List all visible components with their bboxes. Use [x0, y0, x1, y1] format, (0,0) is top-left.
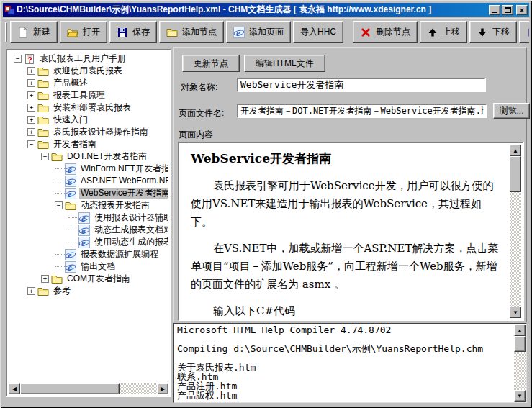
- scroll-right-icon[interactable]: ▶: [157, 383, 168, 394]
- expand-plus-icon[interactable]: +: [27, 67, 35, 75]
- close-button[interactable]: ×: [516, 5, 528, 15]
- tree-item[interactable]: +参考: [9, 285, 168, 297]
- ie-page-icon: e: [78, 225, 90, 236]
- down-arrow-icon: [477, 27, 488, 38]
- expand-plus-icon[interactable]: +: [41, 275, 49, 283]
- scroll-down-icon[interactable]: ▼: [510, 307, 521, 318]
- toolbar-grip[interactable]: [5, 22, 7, 42]
- tree-item-label[interactable]: 袁氏报表工具用户手册: [38, 53, 127, 64]
- preview-vertical-scrollbar[interactable]: ▲ ▼: [510, 145, 521, 318]
- tree-item[interactable]: eWinForm.NET开发者指南: [9, 163, 168, 175]
- move-up-button[interactable]: 上移: [420, 21, 467, 43]
- delete-node-button[interactable]: 删除节点: [353, 21, 418, 43]
- title-bar[interactable]: D:\Source\CHMBuilder\示例\YuansReportHelp.…: [3, 3, 529, 17]
- tree-item-label[interactable]: 袁氏报表设计器操作指南: [52, 127, 150, 137]
- tree-item-label[interactable]: 使用报表设计器辅助动态报表开发: [93, 212, 168, 223]
- tree-item-label[interactable]: 动态报表开发指南: [79, 200, 151, 211]
- expand-plus-icon[interactable]: +: [27, 79, 35, 87]
- tree-item-label[interactable]: 报表数据源扩展编程: [79, 249, 160, 260]
- import-hhc-button[interactable]: 导入HHC: [293, 21, 343, 43]
- tree-item[interactable]: e使用报表设计器辅助动态报表开发: [9, 212, 168, 224]
- compile-button[interactable]: 编译: [519, 21, 529, 43]
- tree-item[interactable]: eASP.NET WebForm.NET 开发者指南: [9, 175, 168, 187]
- tree-item[interactable]: +COM开发者指南: [9, 273, 168, 285]
- page-file-input[interactable]: [237, 104, 487, 118]
- ie-page-icon: e: [65, 249, 76, 260]
- close-icon: ×: [520, 6, 524, 14]
- tree-item-label[interactable]: 开发者指南: [52, 139, 98, 150]
- collapse-minus-icon[interactable]: −: [41, 153, 49, 160]
- tree-item-label[interactable]: 输出文档: [79, 261, 117, 272]
- scrollbar-thumb[interactable]: [514, 336, 526, 352]
- tree-item[interactable]: +产品概述: [9, 77, 168, 89]
- minimize-button[interactable]: [489, 5, 500, 15]
- tree-item[interactable]: −DOT.NET开发者指南: [9, 150, 168, 163]
- collapse-minus-icon[interactable]: −: [14, 55, 22, 63]
- tree-item[interactable]: e动态生成报表文档对象: [9, 224, 168, 236]
- tree-item-label[interactable]: 报表工具原理: [52, 90, 107, 101]
- tree-item-label[interactable]: 快速入门: [52, 114, 89, 125]
- new-button[interactable]: 新建: [10, 21, 58, 43]
- edit-html-button[interactable]: 编辑HTML文件: [244, 55, 325, 72]
- expand-plus-icon[interactable]: +: [27, 104, 35, 112]
- maximize-button[interactable]: [502, 5, 513, 15]
- tree-item-label[interactable]: DOT.NET开发者指南: [66, 151, 148, 162]
- tree-horizontal-scrollbar[interactable]: ◀ ▶: [9, 383, 168, 394]
- tree-item[interactable]: −动态报表开发指南: [9, 199, 168, 212]
- toc-tree: −?袁氏报表工具用户手册+欢迎使用袁氏报表+产品概述+报表工具原理+安装和部署袁…: [9, 53, 168, 382]
- folder-icon: [51, 273, 63, 285]
- expand-plus-icon[interactable]: +: [27, 91, 35, 99]
- add-node-button[interactable]: 添加节点: [159, 21, 224, 43]
- update-node-button[interactable]: 更新节点: [182, 55, 240, 72]
- move-down-button[interactable]: 下移: [469, 21, 517, 43]
- tree-item-label[interactable]: WinForm.NET开发者指南: [79, 163, 168, 174]
- tree-item[interactable]: +快速入门: [9, 114, 168, 126]
- tree-item-label[interactable]: ASP.NET WebForm.NET 开发者指南: [79, 176, 168, 186]
- tree-item[interactable]: −开发者指南: [9, 138, 168, 150]
- collapse-minus-icon[interactable]: −: [55, 201, 63, 209]
- tree-item[interactable]: +报表工具原理: [9, 89, 168, 101]
- tree-item-label[interactable]: COM开发者指南: [66, 273, 132, 284]
- tree-item-label[interactable]: 参考: [52, 286, 72, 296]
- browse-button[interactable]: 浏览...: [493, 103, 530, 119]
- expand-plus-icon[interactable]: +: [27, 287, 35, 295]
- tree-item-label-selected[interactable]: WebService开发者指南: [79, 188, 168, 199]
- output-vertical-scrollbar[interactable]: ▲ ▼: [514, 325, 526, 402]
- toolbar-buttons: 新建打开保存添加节点e添加页面导入HHC删除节点上移下移编译系统: [10, 21, 529, 43]
- expand-plus-icon[interactable]: +: [27, 128, 35, 136]
- tree-item[interactable]: +欢迎使用袁氏报表: [9, 65, 168, 77]
- save-button[interactable]: 保存: [109, 21, 157, 43]
- tree-item-label[interactable]: 欢迎使用袁氏报表: [52, 65, 124, 76]
- expand-plus-icon[interactable]: +: [27, 116, 35, 124]
- svg-text:e: e: [68, 261, 72, 272]
- scrollbar-track[interactable]: [120, 383, 157, 394]
- preview-paragraph: 在VS.NET中，加载或新增一个ASP.NET解决方案，点击菜单项目“项目－添加…: [191, 240, 501, 294]
- folder-icon: [65, 200, 76, 212]
- tree-item[interactable]: eWebService开发者指南: [9, 187, 168, 199]
- scrollbar-thumb[interactable]: [510, 156, 521, 192]
- open-button[interactable]: 打开: [60, 21, 107, 43]
- add-page-button[interactable]: e添加页面: [226, 21, 291, 43]
- compiler-output-text[interactable]: Microsoft HTML Help Compiler 4.74.8702 C…: [177, 325, 512, 401]
- tree-item[interactable]: +安装和部署袁氏报表: [9, 101, 168, 114]
- collapse-minus-icon[interactable]: −: [27, 140, 35, 148]
- up-arrow-icon: [427, 27, 438, 38]
- tree-item-label[interactable]: 动态生成报表文档对象: [93, 225, 168, 235]
- object-name-input[interactable]: [237, 78, 486, 92]
- scroll-up-icon[interactable]: ▲: [514, 325, 526, 336]
- preview-document[interactable]: WebService开发者指南 袁氏报表引擎可用于WebService开发，用户…: [181, 145, 510, 318]
- scrollbar-thumb[interactable]: [20, 383, 120, 394]
- scroll-down-icon[interactable]: ▼: [514, 390, 526, 402]
- tree-item-label[interactable]: 安装和部署袁氏报表: [52, 102, 132, 113]
- tree-item-label[interactable]: 使用动态生成的报表文档: [93, 237, 168, 248]
- scroll-left-icon[interactable]: ◀: [9, 383, 20, 394]
- tree-item-label[interactable]: 产品概述: [52, 78, 89, 89]
- tree-item[interactable]: e输出文档: [9, 260, 168, 273]
- scroll-up-icon[interactable]: ▲: [510, 145, 521, 156]
- svg-text:e: e: [68, 249, 72, 260]
- tree-item[interactable]: +袁氏报表设计器操作指南: [9, 126, 168, 138]
- tree-item[interactable]: −?袁氏报表工具用户手册: [9, 53, 168, 65]
- toc-tree-panel: −?袁氏报表工具用户手册+欢迎使用袁氏报表+产品概述+报表工具原理+安装和部署袁…: [6, 49, 171, 397]
- tree-item[interactable]: e使用动态生成的报表文档: [9, 236, 168, 248]
- tree-item[interactable]: e报表数据源扩展编程: [9, 248, 168, 260]
